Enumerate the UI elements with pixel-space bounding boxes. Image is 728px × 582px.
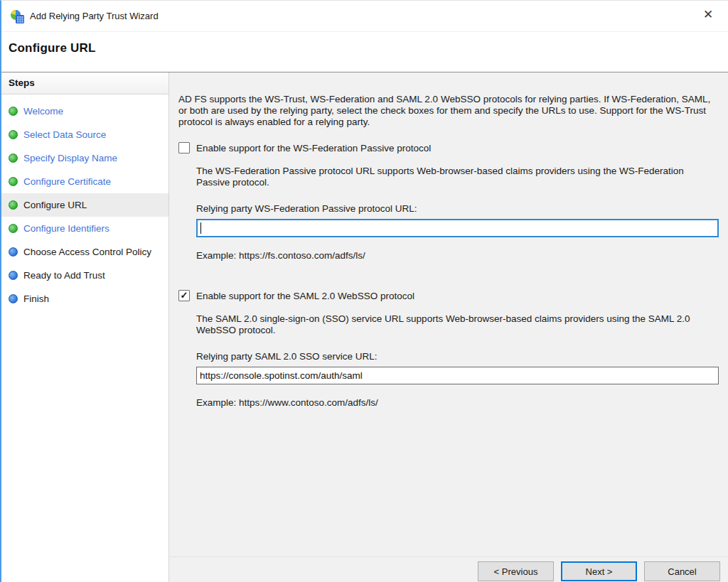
previous-button[interactable]: < Previous <box>478 561 554 581</box>
saml-url-input[interactable]: https://console.spotinst.com/auth/saml <box>196 367 719 384</box>
saml-url-label: Relying party SAML 2.0 SSO service URL: <box>196 351 719 362</box>
step-done-icon <box>9 153 18 163</box>
wizard-body: Steps Welcome Select Data Source Specify… <box>1 72 728 582</box>
steps-sidebar: Steps Welcome Select Data Source Specify… <box>1 72 169 582</box>
wsfed-url-input[interactable] <box>196 219 719 237</box>
step-upcoming-icon <box>9 294 18 303</box>
step-current-icon <box>9 200 18 210</box>
step-item-configure-url: Configure URL <box>1 193 168 217</box>
step-done-icon <box>9 130 18 139</box>
saml-example-text: Example: https://www.contoso.com/adfs/ls… <box>196 397 719 409</box>
intro-text: AD FS supports the WS-Trust, WS-Federati… <box>178 94 719 128</box>
saml-description: The SAML 2.0 single-sign-on (SSO) servic… <box>196 313 715 336</box>
page-title: Configure URL <box>1 32 728 55</box>
wizard-window: Add Relying Party Trust Wizard ✕ Configu… <box>0 0 728 582</box>
saml-checkbox-row: ✓ Enable support for the SAML 2.0 WebSSO… <box>178 290 719 301</box>
wsfed-checkbox-row: Enable support for the WS-Federation Pas… <box>178 142 719 153</box>
saml-checkbox-label[interactable]: Enable support for the SAML 2.0 WebSSO p… <box>196 291 414 301</box>
step-item-configure-identifiers[interactable]: Configure Identifiers <box>1 217 168 240</box>
step-item-specify-display-name[interactable]: Specify Display Name <box>1 146 168 170</box>
text-caret <box>200 222 201 234</box>
main-panel: AD FS supports the WS-Trust, WS-Federati… <box>169 72 728 582</box>
saml-checkbox[interactable]: ✓ <box>178 290 190 301</box>
saml-section: The SAML 2.0 single-sign-on (SSO) servic… <box>196 313 719 409</box>
step-item-choose-access-control-policy: Choose Access Control Policy <box>1 240 168 264</box>
step-upcoming-icon <box>9 247 18 257</box>
step-done-icon <box>9 107 18 116</box>
steps-header: Steps <box>1 72 168 95</box>
step-item-select-data-source[interactable]: Select Data Source <box>1 123 168 146</box>
titlebar: Add Relying Party Trust Wizard ✕ <box>1 1 728 32</box>
close-icon[interactable]: ✕ <box>698 4 718 24</box>
wizard-footer: < Previous Next > Cancel <box>170 556 728 582</box>
step-done-icon <box>9 224 18 233</box>
steps-list: Welcome Select Data Source Specify Displ… <box>1 95 168 311</box>
next-button[interactable]: Next > <box>561 561 637 581</box>
cancel-button[interactable]: Cancel <box>644 561 720 581</box>
saml-url-value: https://console.spotinst.com/auth/saml <box>200 370 363 381</box>
step-item-configure-certificate[interactable]: Configure Certificate <box>1 170 168 193</box>
adfs-app-icon <box>10 9 24 23</box>
wsfed-checkbox-label[interactable]: Enable support for the WS-Federation Pas… <box>196 143 431 153</box>
wsfed-url-label: Relying party WS-Federation Passive prot… <box>196 203 719 215</box>
wizard-header: Add Relying Party Trust Wizard ✕ Configu… <box>1 1 728 72</box>
wsfed-section: The WS-Federation Passive protocol URL s… <box>196 166 719 262</box>
wsfed-checkbox[interactable] <box>178 142 190 153</box>
window-title: Add Relying Party Trust Wizard <box>30 11 159 21</box>
wsfed-description: The WS-Federation Passive protocol URL s… <box>196 166 715 188</box>
step-upcoming-icon <box>9 271 18 280</box>
step-item-welcome[interactable]: Welcome <box>1 99 168 123</box>
wsfed-example-text: Example: https://fs.contoso.com/adfs/ls/ <box>196 250 719 262</box>
step-item-finish: Finish <box>1 287 168 311</box>
step-item-ready-to-add-trust: Ready to Add Trust <box>1 264 168 287</box>
step-done-icon <box>9 177 18 186</box>
